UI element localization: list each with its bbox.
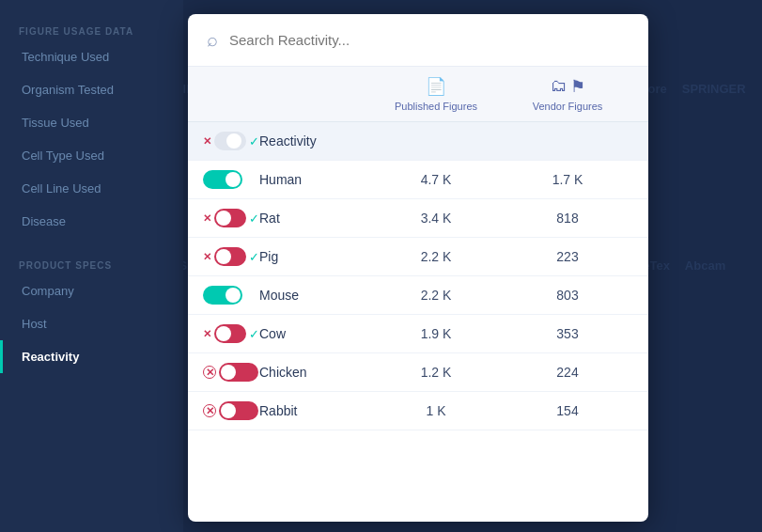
sidebar: FIGURE USAGE DATA Technique Used Organis… [0, 0, 183, 532]
row-label-1: Rat [259, 211, 370, 226]
table-row: ✓ Mouse 2.2 K 803 [188, 276, 648, 315]
sidebar-section-product: PRODUCT SPECS [0, 253, 183, 274]
th-vendor-figures: 🗂 ⚑ Vendor Figures [502, 76, 633, 112]
check-icon-2: ✓ [249, 250, 259, 264]
reactivity-toggle[interactable] [214, 132, 246, 150]
row-published-4: 1.9 K [370, 326, 502, 341]
table-row: ✕ ✓ Rat 3.4 K 818 [188, 199, 648, 238]
row-vendor-6: 154 [502, 403, 633, 418]
reactivity-x-icon: ✕ [203, 135, 211, 148]
toggle-knob-4 [216, 326, 231, 341]
reactivity-header-row: ✕ ✓ Reactivity [188, 122, 648, 161]
sidebar-item-disease[interactable]: Disease [0, 205, 183, 238]
check-icon-4: ✓ [249, 327, 259, 341]
table-row: ✕ Chicken 1.2 K 224 [188, 353, 648, 392]
toggle-switch-6[interactable] [219, 401, 258, 420]
search-input[interactable] [229, 32, 630, 48]
toggle-wrap-3[interactable]: ✓ [203, 286, 259, 305]
sidebar-item-company[interactable]: Company [0, 274, 183, 307]
toggle-wrap-5[interactable]: ✕ [203, 363, 259, 382]
vendor-figures-icon: 🗂 [551, 76, 568, 97]
vendor-flag-icon: ⚑ [570, 76, 585, 97]
table-row: ✕ ✓ Pig 2.2 K 223 [188, 238, 648, 276]
toggle-knob-6 [221, 403, 236, 418]
table-row: ✓ Human 4.7 K 1.7 K [188, 161, 648, 199]
x-circle-icon-6: ✕ [203, 404, 216, 417]
x-circle-icon-5: ✕ [203, 366, 216, 379]
row-label-6: Rabbit [259, 403, 370, 418]
main-panel: ⌕ 📄 Published Figures 🗂 ⚑ Vendor Figures… [188, 14, 648, 522]
row-label-2: Pig [259, 249, 370, 264]
th-toggle [203, 76, 259, 112]
table-body: ✓ Human 4.7 K 1.7 K ✕ ✓ Rat 3.4 K 818 ✕ [188, 161, 648, 430]
toggle-switch-5[interactable] [219, 363, 258, 382]
row-published-1: 3.4 K [370, 211, 502, 226]
row-vendor-1: 818 [502, 211, 633, 226]
toggle-knob-5 [221, 365, 236, 380]
reactivity-check-icon: ✓ [249, 134, 259, 149]
sidebar-item-technique-used[interactable]: Technique Used [0, 40, 183, 73]
row-published-5: 1.2 K [370, 365, 502, 380]
sidebar-item-tissue-used[interactable]: Tissue Used [0, 106, 183, 139]
toggle-switch-4[interactable] [214, 324, 246, 343]
toggle-wrap-1[interactable]: ✕ ✓ [203, 209, 259, 227]
toggle-wrap-2[interactable]: ✕ ✓ [203, 247, 259, 266]
toggle-wrap-6[interactable]: ✕ [203, 401, 259, 420]
reactivity-toggle-wrap[interactable]: ✕ ✓ [203, 132, 259, 150]
toggle-switch-3[interactable]: ✓ [203, 286, 242, 305]
row-label-0: Human [259, 172, 370, 187]
toggle-switch-0[interactable]: ✓ [203, 170, 242, 189]
table-row: ✕ Rabbit 1 K 154 [188, 392, 648, 430]
x-icon-1: ✕ [203, 212, 211, 225]
published-figures-icon: 📄 [426, 76, 446, 97]
sidebar-item-cell-type-used[interactable]: Cell Type Used [0, 139, 183, 172]
toggle-wrap-0[interactable]: ✓ [203, 170, 259, 189]
sidebar-item-reactivity[interactable]: Reactivity [0, 340, 183, 373]
check-icon-1: ✓ [249, 211, 259, 226]
x-icon-2: ✕ [203, 251, 211, 263]
sidebar-item-organism-tested[interactable]: Organism Tested [0, 73, 183, 106]
row-published-0: 4.7 K [370, 172, 502, 187]
row-published-2: 2.2 K [370, 249, 502, 264]
toggle-wrap-4[interactable]: ✕ ✓ [203, 324, 259, 343]
row-label-5: Chicken [259, 365, 370, 380]
th-published-figures: 📄 Published Figures [370, 76, 502, 112]
toggle-switch-2[interactable] [214, 247, 246, 266]
row-published-3: 2.2 K [370, 288, 502, 303]
toggle-knob-1 [216, 211, 231, 226]
sidebar-item-cell-line-used[interactable]: Cell Line Used [0, 172, 183, 205]
search-bar: ⌕ [188, 14, 648, 67]
th-label [259, 76, 370, 112]
reactivity-toggle-knob [226, 133, 241, 149]
sidebar-item-host[interactable]: Host [0, 307, 183, 340]
table-header: 📄 Published Figures 🗂 ⚑ Vendor Figures [188, 67, 648, 122]
toggle-knob-2 [216, 249, 231, 264]
table-row: ✕ ✓ Cow 1.9 K 353 [188, 315, 648, 353]
x-icon-4: ✕ [203, 328, 211, 340]
toggle-switch-1[interactable] [214, 209, 246, 227]
row-vendor-5: 224 [502, 365, 633, 380]
row-label-4: Cow [259, 326, 370, 341]
reactivity-label: Reactivity [259, 133, 370, 149]
row-vendor-2: 223 [502, 249, 633, 264]
search-icon: ⌕ [207, 29, 218, 51]
sidebar-section-figure: FIGURE USAGE DATA [0, 19, 183, 40]
row-vendor-0: 1.7 K [502, 172, 633, 187]
row-vendor-3: 803 [502, 288, 633, 303]
row-vendor-4: 353 [502, 326, 633, 341]
row-published-6: 1 K [370, 403, 502, 418]
row-label-3: Mouse [259, 288, 370, 303]
